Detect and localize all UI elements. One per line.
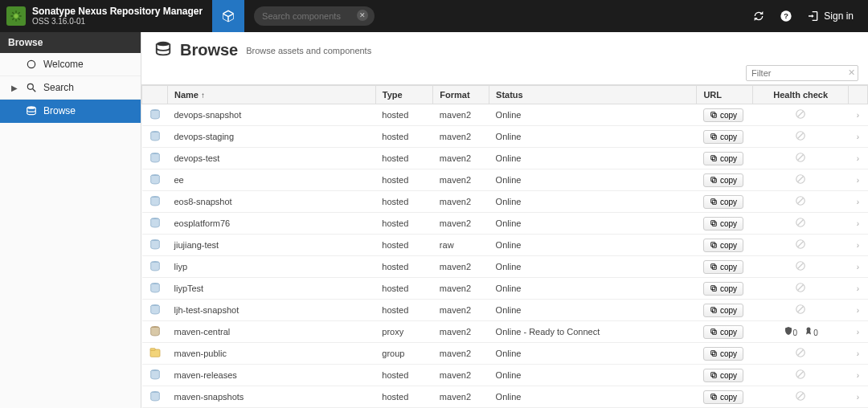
sidebar-item-search[interactable]: ▶ Search [0, 76, 141, 100]
cell-name: maven-snapshots [168, 386, 376, 408]
copy-url-button[interactable]: copy [703, 282, 743, 296]
column-type[interactable]: Type [375, 86, 433, 104]
row-expand[interactable]: › [849, 191, 868, 213]
help-button[interactable] [780, 10, 792, 22]
repo-hosted-icon [149, 129, 162, 142]
app-header: Sonatype Nexus Repository Manager OSS 3.… [0, 0, 868, 32]
table-row[interactable]: devops-snapshot hosted maven2 Online cop… [142, 104, 868, 126]
row-expand[interactable]: › [849, 365, 868, 386]
cell-format: maven2 [433, 126, 489, 148]
db-icon [26, 105, 37, 116]
row-expand[interactable]: › [849, 126, 868, 148]
copy-icon [710, 198, 718, 206]
column-icon[interactable] [142, 86, 168, 104]
copy-url-button[interactable]: copy [703, 239, 743, 252]
repo-hosted-icon [149, 173, 162, 186]
row-expand[interactable]: › [849, 386, 868, 408]
copy-icon [710, 306, 718, 314]
row-expand[interactable]: › [849, 235, 868, 256]
refresh-button[interactable] [752, 10, 765, 22]
table-row[interactable]: ee hosted maven2 Online copy › [142, 169, 868, 191]
signin-button[interactable]: Sign in [807, 10, 854, 22]
table-row[interactable]: jiujiang-test hosted raw Online copy › [142, 235, 868, 256]
copy-icon [710, 371, 718, 379]
cell-status: Online [489, 235, 697, 256]
cell-name: devops-test [168, 148, 376, 169]
filter-input[interactable] [746, 65, 858, 81]
table-row[interactable]: devops-test hosted maven2 Online copy › [142, 148, 868, 169]
table-row[interactable]: liypTest hosted maven2 Online copy › [142, 278, 868, 300]
cell-name: maven-releases [168, 365, 376, 386]
copy-url-button[interactable]: copy [703, 173, 743, 187]
row-expand[interactable]: › [849, 321, 868, 343]
column-url[interactable]: URL [697, 86, 753, 104]
browse-icon [154, 40, 172, 60]
table-row[interactable]: maven-public group maven2 Online copy › [142, 343, 868, 365]
copy-url-button[interactable]: copy [703, 369, 743, 382]
disabled-icon [795, 173, 806, 185]
row-expand[interactable]: › [849, 104, 868, 126]
row-expand[interactable]: › [849, 300, 868, 321]
search-icon [26, 82, 37, 93]
row-expand[interactable]: › [849, 169, 868, 191]
table-row[interactable]: eosplatform76 hosted maven2 Online copy … [142, 213, 868, 235]
table-row[interactable]: eos8-snapshot hosted maven2 Online copy … [142, 191, 868, 213]
table-row[interactable]: liyp hosted maven2 Online copy › [142, 256, 868, 278]
search-clear-icon[interactable]: ✕ [357, 10, 368, 21]
sidebar-header: Browse [0, 32, 141, 53]
disabled-icon [795, 282, 806, 293]
cell-format: maven2 [433, 321, 489, 343]
copy-url-button[interactable]: copy [703, 304, 743, 317]
copy-icon [710, 284, 718, 292]
cell-status: Online [489, 126, 697, 148]
row-expand[interactable]: › [849, 256, 868, 278]
row-expand[interactable]: › [849, 213, 868, 235]
copy-icon [710, 176, 718, 184]
cell-status: Online - Ready to Connect [489, 321, 697, 343]
global-search[interactable]: ✕ [254, 6, 375, 26]
copy-url-button[interactable]: copy [703, 260, 743, 274]
cell-type: hosted [375, 213, 433, 235]
copy-url-button[interactable]: copy [703, 152, 743, 165]
copy-url-button[interactable]: copy [703, 217, 743, 231]
cell-status: Online [489, 191, 697, 213]
cell-format: maven2 [433, 191, 489, 213]
shield-badge: 0 [784, 326, 798, 337]
copy-url-button[interactable]: copy [703, 195, 743, 209]
copy-url-button[interactable]: copy [703, 130, 743, 144]
browse-mode-button[interactable] [212, 0, 244, 32]
column-format[interactable]: Format [433, 86, 489, 104]
sidebar-item-browse[interactable]: Browse [0, 100, 141, 123]
table-row[interactable]: maven-central proxy maven2 Online - Read… [142, 321, 868, 343]
row-expand[interactable]: › [849, 343, 868, 365]
table-row[interactable]: maven-snapshots hosted maven2 Online cop… [142, 386, 868, 408]
copy-url-button[interactable]: copy [703, 347, 743, 361]
app-title: Sonatype Nexus Repository Manager [32, 6, 203, 17]
column-status[interactable]: Status [489, 86, 697, 104]
column-health[interactable]: Health check [753, 86, 849, 104]
copy-icon [710, 349, 718, 357]
cell-health [753, 365, 849, 386]
cell-health [753, 300, 849, 321]
repo-hosted-icon [149, 194, 162, 207]
repo-hosted-icon [149, 216, 162, 229]
sidebar-item-welcome[interactable]: Welcome [0, 53, 141, 76]
cell-status: Online [489, 343, 697, 365]
cell-name: ljh-test-snapshot [168, 300, 376, 321]
copy-url-button[interactable]: copy [703, 108, 743, 122]
cell-name: jiujiang-test [168, 235, 376, 256]
filter-clear-icon[interactable]: ✕ [848, 67, 855, 78]
cell-type: hosted [375, 148, 433, 169]
row-expand[interactable]: › [849, 148, 868, 169]
table-row[interactable]: maven-releases hosted maven2 Online copy… [142, 365, 868, 386]
table-row[interactable]: devops-staging hosted maven2 Online copy… [142, 126, 868, 148]
copy-url-button[interactable]: copy [703, 390, 743, 404]
cell-name: maven-public [168, 343, 376, 365]
copy-url-button[interactable]: copy [703, 325, 743, 339]
repo-hosted-icon [149, 238, 162, 251]
search-input[interactable] [262, 11, 366, 21]
table-row[interactable]: ljh-test-snapshot hosted maven2 Online c… [142, 300, 868, 321]
column-name[interactable]: Name↑ [168, 86, 376, 104]
row-expand[interactable]: › [849, 278, 868, 300]
page-subtitle: Browse assets and components [246, 46, 371, 55]
